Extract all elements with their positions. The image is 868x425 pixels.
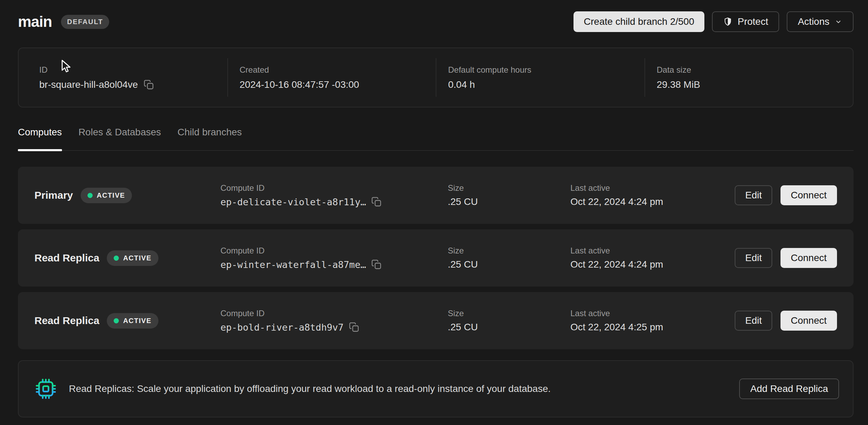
- status-dot-icon: [114, 318, 119, 323]
- page-header: main DEFAULT Create child branch 2/500 P…: [18, 11, 854, 32]
- default-badge: DEFAULT: [61, 15, 110, 29]
- branch-created-field: Created 2024-10-16 08:47:57 -03:00: [227, 58, 436, 97]
- read-replica-banner: Read Replicas: Scale your application by…: [18, 360, 854, 417]
- last-active-value: Oct 22, 2024 4:25 pm: [570, 322, 735, 333]
- last-active-label: Last active: [570, 183, 735, 193]
- compute-hours-field: Default compute hours 0.04 h: [436, 58, 644, 97]
- header-actions: Create child branch 2/500 Protect Action…: [574, 11, 854, 32]
- status-badge-label: ACTIVE: [97, 191, 125, 199]
- branch-info-card: ID br-square-hill-a8ol04ve Created 2024-…: [18, 48, 854, 107]
- tab-computes[interactable]: Computes: [18, 127, 62, 151]
- branch-id-value: br-square-hill-a8ol04ve: [39, 79, 138, 90]
- last-active-label: Last active: [570, 246, 735, 256]
- status-badge: ACTIVE: [107, 313, 158, 329]
- compute-name: Read Replica: [34, 252, 99, 264]
- size-value: .25 CU: [448, 322, 570, 333]
- cpu-icon: [35, 378, 56, 400]
- connect-button[interactable]: Connect: [781, 311, 837, 331]
- page-title: main: [18, 13, 52, 30]
- branch-page: main DEFAULT Create child branch 2/500 P…: [0, 0, 868, 417]
- connect-button[interactable]: Connect: [781, 185, 837, 205]
- branch-id-field: ID br-square-hill-a8ol04ve: [19, 58, 227, 97]
- chevron-down-icon: [834, 18, 843, 26]
- size-label: Size: [448, 309, 570, 318]
- actions-button-label: Actions: [798, 16, 829, 27]
- status-badge: ACTIVE: [81, 188, 132, 203]
- add-read-replica-button[interactable]: Add Read Replica: [739, 379, 839, 399]
- compute-row-read-replica-2: Read Replica ACTIVE Compute ID ep-bold-r…: [18, 292, 854, 349]
- size-value: .25 CU: [448, 196, 570, 207]
- compute-id-label: Compute ID: [220, 183, 448, 193]
- status-badge: ACTIVE: [107, 250, 158, 266]
- protect-button-label: Protect: [737, 16, 768, 27]
- protect-button[interactable]: Protect: [712, 11, 779, 32]
- compute-hours-value: 0.04 h: [448, 79, 644, 90]
- copy-compute-id-button[interactable]: [371, 259, 382, 270]
- status-dot-icon: [87, 193, 93, 198]
- compute-id-label: Compute ID: [220, 246, 448, 256]
- last-active-label: Last active: [570, 309, 735, 318]
- copy-compute-id-button[interactable]: [371, 196, 382, 207]
- copy-compute-id-button[interactable]: [349, 322, 360, 333]
- branch-created-value: 2024-10-16 08:47:57 -03:00: [240, 79, 436, 90]
- size-value: .25 CU: [448, 259, 570, 270]
- branch-tabs: Computes Roles & Databases Child branche…: [18, 127, 854, 151]
- create-child-branch-button[interactable]: Create child branch 2/500: [574, 11, 705, 32]
- shield-icon: [723, 17, 733, 27]
- compute-id-value: ep-delicate-violet-a8r11y…: [220, 197, 366, 207]
- data-size-label: Data size: [657, 65, 853, 75]
- branch-id-label: ID: [39, 65, 227, 75]
- compute-id-value: ep-winter-waterfall-a87me…: [220, 259, 366, 270]
- compute-id-label: Compute ID: [220, 309, 448, 318]
- status-dot-icon: [114, 256, 119, 261]
- edit-button[interactable]: Edit: [735, 248, 772, 268]
- compute-name: Read Replica: [34, 315, 99, 326]
- compute-row-read-replica-1: Read Replica ACTIVE Compute ID ep-winter…: [18, 229, 854, 287]
- last-active-value: Oct 22, 2024 4:24 pm: [570, 259, 735, 270]
- copy-branch-id-button[interactable]: [143, 79, 154, 90]
- edit-button[interactable]: Edit: [735, 185, 772, 205]
- edit-button[interactable]: Edit: [735, 311, 772, 331]
- branch-title-group: main DEFAULT: [18, 13, 109, 30]
- data-size-field: Data size 29.38 MiB: [644, 58, 853, 97]
- actions-button[interactable]: Actions: [787, 11, 854, 32]
- last-active-value: Oct 22, 2024 4:24 pm: [570, 196, 735, 207]
- computes-list: Primary ACTIVE Compute ID ep-delicate-vi…: [18, 167, 854, 417]
- compute-row-primary: Primary ACTIVE Compute ID ep-delicate-vi…: [18, 167, 854, 224]
- compute-id-value: ep-bold-river-a8tdh9v7: [220, 322, 344, 333]
- data-size-value: 29.38 MiB: [657, 79, 853, 90]
- branch-created-label: Created: [240, 65, 436, 75]
- connect-button[interactable]: Connect: [781, 248, 837, 268]
- size-label: Size: [448, 246, 570, 256]
- compute-name: Primary: [34, 189, 73, 201]
- tab-roles-databases[interactable]: Roles & Databases: [79, 127, 161, 151]
- tab-child-branches[interactable]: Child branches: [177, 127, 242, 151]
- compute-hours-label: Default compute hours: [448, 65, 644, 75]
- status-badge-label: ACTIVE: [123, 254, 151, 262]
- read-replica-banner-text: Read Replicas: Scale your application by…: [69, 383, 727, 394]
- size-label: Size: [448, 183, 570, 193]
- status-badge-label: ACTIVE: [123, 317, 151, 325]
